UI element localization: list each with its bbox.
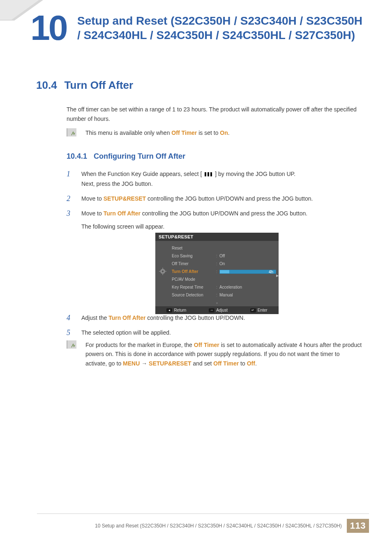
section-title: Turn Off After: [65, 79, 134, 92]
step-number: 2: [67, 194, 75, 204]
osd-screenshot: SETUP&RESET ResetEco Saving:OffOff Timer…: [155, 233, 279, 314]
s2b: SETUP&RESET: [104, 195, 146, 202]
svg-rect-8: [162, 274, 163, 275]
osd-colon: :: [216, 293, 219, 297]
osd-row: Source Detection:Manual: [172, 291, 276, 299]
svg-rect-3: [208, 172, 209, 176]
footer-chapter-line: 10 Setup and Reset (S22C350H / S23C340H …: [95, 523, 342, 529]
step-body: When the Function Key Guide appears, sel…: [81, 169, 362, 189]
step-5: 5 The selected option will be applied.: [67, 328, 362, 338]
footer-page-number: 113: [347, 519, 369, 533]
step-body: Move to Turn Off After controlling the J…: [81, 209, 362, 232]
osd-enter-label: Enter: [258, 308, 267, 312]
osd-row-label: PC/AV Mode: [172, 277, 216, 282]
osd-return-label: Return: [174, 308, 186, 312]
s3d: The following screen will appear.: [81, 223, 164, 230]
osd-colon: :: [216, 254, 219, 258]
s4b: Turn Off After: [108, 314, 145, 321]
s1c: Next, press the JOG button.: [81, 180, 153, 187]
n2t4: to: [239, 360, 247, 367]
svg-rect-2: [205, 172, 206, 176]
svg-rect-7: [162, 268, 163, 269]
note-block-2: For products for the market in Europe, t…: [67, 340, 362, 368]
osd-icon-column: [155, 241, 170, 301]
osd-colon: :: [216, 285, 219, 289]
svg-rect-9: [159, 271, 160, 272]
arrow-icon: →: [140, 360, 149, 367]
gear-icon: [159, 268, 166, 275]
osd-adjust-label: Adjust: [216, 308, 228, 312]
osd-title: SETUP&RESET: [155, 233, 279, 241]
s1b: by moving the JOG button UP.: [217, 171, 295, 177]
osd-row-value: On: [219, 261, 276, 266]
osd-slider: 4h: [219, 270, 276, 274]
osd-row: Reset: [172, 244, 276, 252]
chevron-right-icon: ▶: [276, 274, 279, 278]
s3b: Turn Off After: [104, 210, 141, 217]
note-text-1: This menu is available only when Off Tim…: [85, 128, 362, 137]
osd-adjust: ↔Adjust: [209, 308, 228, 312]
osd-row-label: Source Detection: [172, 293, 216, 297]
section-intro: The off timer can be set within a range …: [67, 105, 362, 124]
svg-rect-10: [165, 271, 166, 272]
step-number: 3: [67, 209, 75, 232]
step-1: 1 When the Function Key Guide appears, s…: [67, 169, 362, 189]
note-icon: [67, 340, 76, 349]
note1-pre: This menu is available only when: [85, 130, 171, 136]
osd-row: Eco Saving:Off: [172, 252, 276, 260]
step-body: Move to SETUP&RESET controlling the JOG …: [81, 194, 362, 204]
osd-row-value: Acceleration: [219, 285, 276, 289]
return-icon: ◂: [166, 308, 172, 312]
osd-row-label: Key Repeat Time: [172, 285, 216, 289]
note-text-2: For products for the market in Europe, t…: [85, 340, 362, 368]
osd-row: Key Repeat Time:Acceleration: [172, 283, 276, 291]
s4c: controlling the JOG button UP/DOWN.: [145, 314, 245, 321]
chapter-title: Setup and Reset (S22C350H / S23C340H / S…: [77, 14, 365, 42]
svg-point-6: [162, 270, 164, 272]
n2t3: and set: [191, 360, 214, 367]
note-icon: [67, 128, 76, 136]
osd-row: Off Timer:On: [172, 260, 276, 268]
n2b4: Off Timer: [213, 360, 239, 367]
n2t1: For products for the market in Europe, t…: [85, 342, 194, 348]
note1-b2: On: [220, 130, 228, 136]
osd-row-value: Off: [219, 254, 276, 258]
page-footer: 10 Setup and Reset (S22C350H / S23C340H …: [37, 513, 369, 533]
osd-row: PC/AV Mode: [172, 275, 276, 283]
note1-mid: is set to: [197, 130, 220, 136]
osd-row-label: Turn Off After: [172, 269, 216, 274]
s2a: Move to: [81, 195, 104, 202]
step-number: 5: [67, 328, 75, 338]
osd-enter: ↵Enter: [250, 308, 267, 312]
osd-row: Turn Off After:4h: [172, 268, 276, 275]
subsection-heading: 10.4.1Configuring Turn Off After: [67, 152, 185, 161]
step-3: 3 Move to Turn Off After controlling the…: [67, 209, 362, 232]
chapter-number: 10: [30, 7, 67, 48]
adjust-icon: ↔: [209, 308, 214, 312]
steps-list-continued: 4 Adjust the Turn Off After controlling …: [67, 313, 362, 343]
note1-b1: Off Timer: [171, 130, 197, 136]
osd-colon: :: [216, 261, 219, 266]
section-number: 10.4: [36, 79, 57, 92]
osd-row-label: Reset: [172, 246, 216, 250]
n2b5: Off: [247, 360, 255, 367]
step-body: The selected option will be applied.: [81, 328, 362, 338]
section-heading: 10.4 Turn Off After: [36, 79, 133, 92]
menu-grid-icon: [ ]: [201, 169, 217, 179]
osd-menu-list: ResetEco Saving:OffOff Timer:OnTurn Off …: [170, 241, 279, 301]
subsection-title: Configuring Turn Off After: [94, 152, 185, 160]
subsection-number: 10.4.1: [67, 152, 87, 160]
steps-list: 1 When the Function Key Guide appears, s…: [67, 169, 362, 236]
step-2: 2 Move to SETUP&RESET controlling the JO…: [67, 194, 362, 204]
s4a: Adjust the: [81, 314, 108, 321]
step-number: 1: [67, 169, 75, 189]
s2c: controlling the JOG button UP/DOWN and p…: [146, 195, 313, 202]
n2b3: SETUP&RESET: [149, 360, 191, 367]
osd-row-label: Eco Saving: [172, 254, 216, 258]
n2b1: Off Timer: [194, 342, 219, 348]
osd-colon: :: [216, 269, 219, 274]
s3a: Move to: [81, 210, 104, 217]
n2b2: MENU: [123, 360, 140, 367]
n2t5: .: [255, 360, 257, 367]
note1-post: .: [228, 130, 230, 136]
